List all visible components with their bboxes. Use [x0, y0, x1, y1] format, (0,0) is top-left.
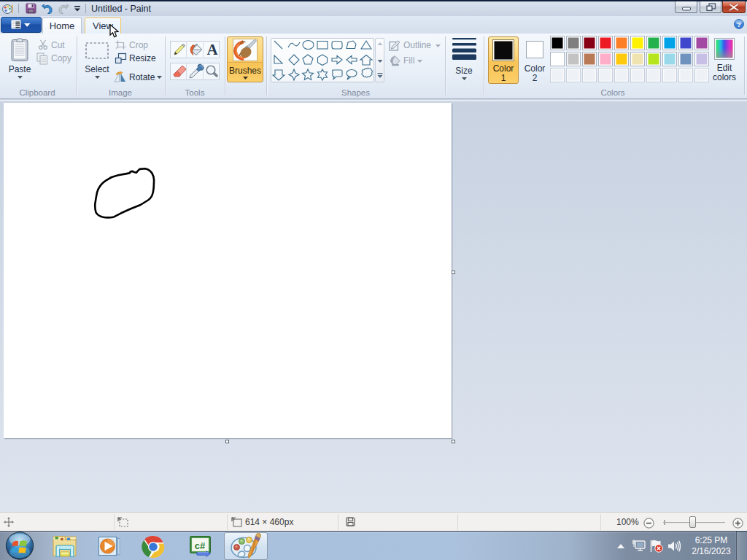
svg-text:?: ? [737, 20, 741, 28]
svg-text:c#: c# [195, 540, 206, 551]
